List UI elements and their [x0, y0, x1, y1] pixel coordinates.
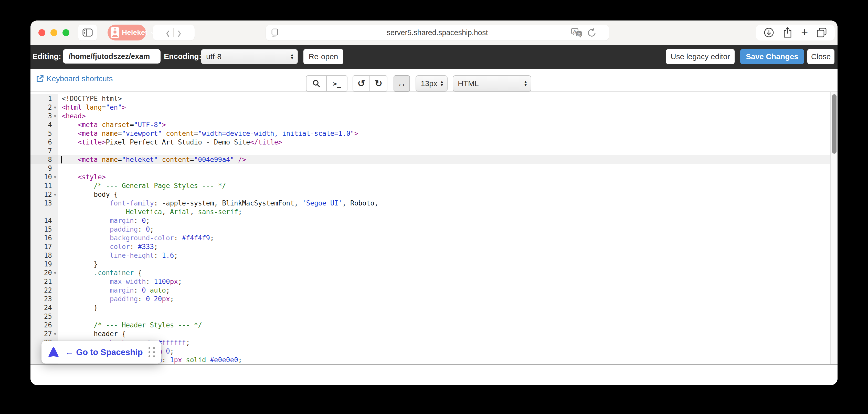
code-line[interactable] — [58, 147, 838, 155]
line-number-gutter: 1 — [30, 94, 58, 103]
downloads-icon[interactable] — [764, 27, 774, 38]
keyboard-shortcuts-link[interactable]: Keyboard shortcuts — [36, 74, 113, 83]
fold-toggle-icon[interactable]: ▾ — [52, 191, 58, 197]
code-line[interactable]: max-width: 1100px; — [58, 277, 838, 286]
code-line[interactable]: /* --- General Page Styles --- */ — [58, 181, 838, 190]
line-number: 22 — [44, 287, 52, 294]
code-row: Helvetica, Arial, sans-serif; — [30, 208, 838, 216]
code-line[interactable]: border-bottom: 1px solid #e0e0e0; — [58, 356, 838, 364]
spaceship-logo-icon — [48, 347, 59, 358]
indent-guide — [78, 251, 79, 260]
translate-icon[interactable]: A 文 — [571, 28, 582, 38]
code-row: 27▾ header { — [30, 329, 838, 338]
code-line[interactable]: <meta name="viewport" content="width=dev… — [58, 129, 838, 138]
code-line[interactable] — [58, 164, 838, 173]
syntax-mode-select[interactable]: HTML ▲▼ — [453, 75, 531, 92]
code-line[interactable]: .container { — [58, 268, 838, 277]
address-bar[interactable]: server5.shared.spaceship.host A 文 — [266, 25, 609, 40]
reload-icon[interactable] — [587, 28, 597, 38]
code-line[interactable]: body { — [58, 190, 838, 199]
share-icon[interactable] — [782, 27, 793, 38]
line-number: 21 — [44, 278, 52, 286]
code-row: 7 — [30, 147, 838, 155]
indent-guide — [78, 268, 79, 277]
screenshot-canvas: { "titlebar": { "profile_label": "Heleke… — [0, 0, 868, 414]
code-editor[interactable]: 1<!DOCTYPE html>2▾<html lang="en">3▾<hea… — [30, 92, 838, 365]
line-number-gutter: 8 — [30, 155, 58, 164]
file-path-input[interactable] — [63, 49, 160, 63]
go-to-spaceship-button[interactable]: ←Go to Spaceship — [41, 341, 161, 363]
traffic-lights — [38, 29, 69, 36]
redo-button[interactable]: ↻ — [370, 75, 388, 92]
sidebar-toggle-button[interactable] — [78, 25, 97, 40]
indent-guide — [78, 234, 79, 242]
line-number-gutter: 13 — [30, 199, 58, 208]
font-size-select[interactable]: 13px ▲▼ — [415, 75, 447, 92]
fold-toggle-icon[interactable]: ▾ — [52, 113, 58, 119]
indent-guide — [94, 277, 94, 286]
code-line[interactable]: <meta name="heleket" content="004e99a4" … — [58, 155, 838, 164]
code-line[interactable]: margin: 0; — [58, 216, 838, 225]
code-line[interactable]: /* --- Header Styles --- */ — [58, 321, 838, 329]
close-button[interactable]: Close — [807, 49, 834, 64]
line-number-gutter: 24 — [30, 303, 58, 312]
line-number-gutter: 21 — [30, 277, 58, 286]
code-line[interactable] — [58, 312, 838, 321]
nav-buttons: ‹ › — [153, 25, 195, 40]
code-line[interactable]: font-family: -apple-system, BlinkMacSyst… — [58, 199, 838, 208]
code-line[interactable]: <head> — [58, 112, 838, 120]
save-changes-button[interactable]: Save Changes — [740, 49, 804, 64]
terminal-button[interactable]: >_ — [327, 75, 347, 92]
code-line[interactable]: padding: 1rem 0; — [58, 347, 838, 356]
line-number: 4 — [48, 121, 52, 128]
new-tab-icon[interactable]: + — [801, 26, 808, 38]
code-line[interactable]: } — [58, 303, 838, 312]
code-line[interactable]: line-height: 1.6; — [58, 251, 838, 260]
code-line[interactable]: Helvetica, Arial, sans-serif; — [58, 208, 838, 216]
search-button[interactable] — [306, 75, 327, 92]
code-line[interactable]: <title>Pixel Perfect Art Studio - Demo S… — [58, 138, 838, 147]
browser-window: Heleket ⌄ ‹ › server5.shared.spaceship.h… — [30, 21, 838, 385]
indent-guide — [78, 286, 79, 295]
encoding-select[interactable]: utf-8 ▲▼ — [201, 49, 298, 64]
minimize-window-button[interactable] — [51, 29, 57, 36]
code-line[interactable]: background-color: #f4f4f9; — [58, 234, 838, 242]
code-line[interactable]: <style> — [58, 173, 838, 181]
fold-toggle-icon[interactable]: ▾ — [52, 331, 58, 337]
code-line[interactable]: padding: 0; — [58, 225, 838, 234]
line-number: 27 — [44, 330, 52, 338]
code-line[interactable]: } — [58, 260, 838, 268]
code-row: 24 } — [30, 303, 838, 312]
forward-button[interactable]: › — [178, 25, 181, 40]
indent-guide — [78, 321, 79, 329]
word-wrap-button[interactable]: ↔ — [394, 75, 410, 92]
code-line[interactable]: <meta charset="UTF-8"> — [58, 120, 838, 129]
code-line[interactable]: <!DOCTYPE html> — [58, 94, 838, 103]
line-number: 16 — [44, 234, 52, 242]
profile-button[interactable]: Heleket ⌄ — [107, 25, 146, 40]
code-line[interactable]: header { — [58, 329, 838, 338]
close-window-button[interactable] — [38, 29, 45, 36]
back-button[interactable]: ‹ — [166, 25, 170, 40]
fold-toggle-icon[interactable]: ▾ — [52, 270, 58, 276]
code-line[interactable]: background: #ffffff; — [58, 338, 838, 347]
browser-titlebar: Heleket ⌄ ‹ › server5.shared.spaceship.h… — [30, 21, 838, 45]
drag-handle-icon[interactable] — [149, 347, 155, 357]
code-line[interactable]: color: #333; — [58, 242, 838, 251]
code-line[interactable]: <html lang="en"> — [58, 103, 838, 112]
line-number: 20 — [44, 269, 52, 277]
undo-button[interactable]: ↺ — [352, 75, 370, 92]
reopen-button[interactable]: Re-open — [303, 49, 343, 64]
scrollbar-thumb[interactable] — [832, 94, 837, 154]
code-line[interactable]: padding: 0 20px; — [58, 295, 838, 303]
zoom-window-button[interactable] — [62, 29, 69, 36]
code-row: 17 color: #333; — [30, 242, 838, 251]
code-line[interactable]: margin: 0 auto; — [58, 286, 838, 295]
indent-guide — [94, 208, 94, 216]
line-number: 2 — [48, 104, 52, 111]
legacy-editor-button[interactable]: Use legacy editor — [666, 49, 735, 64]
tab-overview-icon[interactable] — [816, 27, 827, 38]
fold-toggle-icon[interactable]: ▾ — [52, 105, 58, 110]
fold-toggle-icon[interactable]: ▾ — [52, 174, 58, 180]
editor-scrollbar[interactable] — [830, 92, 838, 364]
